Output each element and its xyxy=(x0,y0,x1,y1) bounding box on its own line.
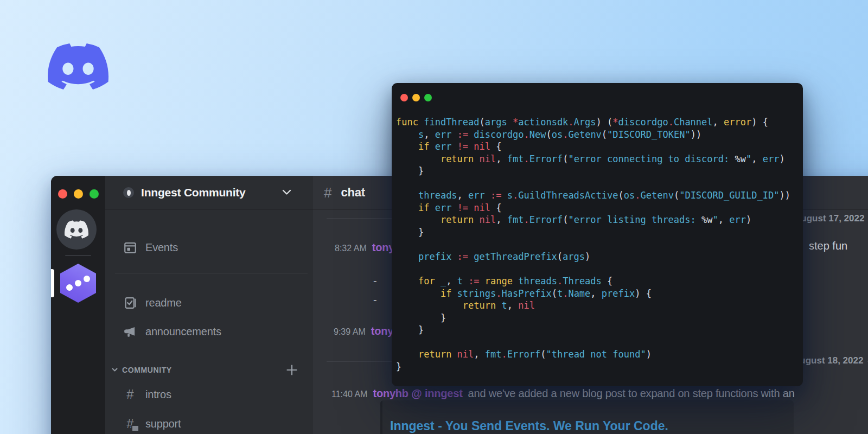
inngest-server-button[interactable] xyxy=(60,264,96,303)
server-rail xyxy=(51,176,105,434)
zoom-button[interactable] xyxy=(424,94,432,101)
embed-accent-bar xyxy=(380,400,382,434)
hash-icon: # xyxy=(123,387,137,401)
server-header-dropdown[interactable]: Inngest Community xyxy=(105,176,313,210)
inngest-logo-dot xyxy=(66,284,73,291)
code-window: func findThread(args *actionsdk.Args) (*… xyxy=(392,83,803,386)
channel-item-support[interactable]: # support xyxy=(105,413,313,434)
message-timestamp: 8:32 AM xyxy=(335,244,367,253)
link-embed: Inngest - You Send Events. We Run Your C… xyxy=(380,400,794,434)
create-channel-plus-icon[interactable] xyxy=(286,364,298,376)
hash-icon: # xyxy=(324,184,331,201)
hash-chat-icon: # xyxy=(123,417,137,431)
book-check-icon xyxy=(123,296,137,310)
calendar-icon xyxy=(123,240,137,254)
close-button[interactable] xyxy=(400,94,408,101)
discord-home-button[interactable] xyxy=(56,209,97,250)
discord-logo-icon xyxy=(48,43,108,90)
sidebar-item-events[interactable]: Events xyxy=(105,237,313,258)
chevron-down-icon xyxy=(282,189,291,195)
message-timestamp: 11:40 AM xyxy=(331,390,367,399)
channel-label: Events xyxy=(145,241,178,254)
message-timestamp: 9:39 AM xyxy=(334,327,366,337)
message-bullet: - xyxy=(373,275,377,288)
close-button[interactable] xyxy=(58,189,67,199)
active-server-pill xyxy=(51,269,54,297)
sidebar-divider xyxy=(115,273,308,273)
channel-label: intros xyxy=(145,388,171,401)
channel-item-readme[interactable]: readme xyxy=(105,292,313,314)
channel-title: chat xyxy=(341,186,365,200)
discord-clyde-icon xyxy=(65,220,88,239)
zoom-button[interactable] xyxy=(90,189,99,199)
sidebar-section-community[interactable]: COMMUNITY xyxy=(105,361,313,379)
code-block: func findThread(args *actionsdk.Args) (*… xyxy=(396,116,790,373)
embed-link-title[interactable]: Inngest - You Send Events. We Run Your C… xyxy=(390,419,668,433)
section-label: COMMUNITY xyxy=(122,366,172,374)
minimize-button[interactable] xyxy=(74,189,83,199)
inngest-logo-dot xyxy=(84,276,90,282)
channel-sidebar: Inngest Community Events readme xyxy=(105,176,314,434)
channel-label: readme xyxy=(145,297,182,309)
message-text-fragment: step fun xyxy=(809,240,847,252)
window-controls xyxy=(400,94,432,101)
chat-message: 11:40 AM tonyhb @ inngest and we've adde… xyxy=(331,387,795,400)
rail-divider xyxy=(65,255,91,256)
server-name: Inngest Community xyxy=(141,186,246,199)
inngest-logo-dot xyxy=(75,280,81,286)
channel-label: support xyxy=(145,418,181,430)
message-username[interactable]: tonyhb @ inngest xyxy=(373,387,462,400)
channel-item-intros[interactable]: # intros xyxy=(105,384,313,405)
hero-canvas: Inngest Community Events readme xyxy=(0,0,868,434)
message-bullet: - xyxy=(373,294,377,307)
chevron-down-icon xyxy=(112,367,118,372)
minimize-button[interactable] xyxy=(412,94,420,101)
channel-item-announcements[interactable]: announcements xyxy=(105,321,313,342)
message-text: and we've added a new blog post to expan… xyxy=(468,387,795,400)
channel-label: announcements xyxy=(145,326,221,338)
megaphone-icon xyxy=(123,324,137,339)
server-boost-badge-icon xyxy=(123,187,134,198)
window-controls xyxy=(58,189,99,199)
